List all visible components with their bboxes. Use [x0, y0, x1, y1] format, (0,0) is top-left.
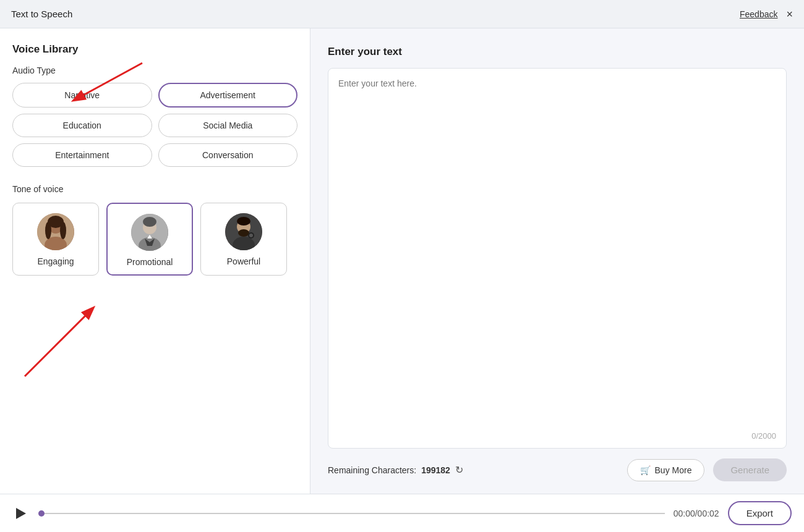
time-display: 00:00/00:02 — [674, 509, 719, 518]
avatar-engaging — [37, 213, 74, 250]
export-button[interactable]: Export — [728, 501, 792, 525]
annotation-arrow-bottom — [6, 296, 142, 382]
buy-more-icon: 🛒 — [640, 465, 651, 475]
progress-track[interactable] — [45, 513, 665, 514]
tone-promotional-label: Promotional — [127, 257, 173, 267]
voice-library-title: Voice Library — [12, 43, 297, 56]
audio-type-label: Audio Type — [12, 65, 297, 75]
tone-powerful-label: Powerful — [227, 256, 260, 266]
buy-more-button[interactable]: 🛒 Buy More — [627, 459, 705, 481]
refresh-icon[interactable]: ↻ — [455, 464, 463, 476]
buy-more-label: Buy More — [655, 465, 692, 475]
svg-line-3 — [25, 308, 93, 376]
bottom-bar: Remaining Characters: 199182 ↻ 🛒 Buy Mor… — [328, 458, 787, 481]
remaining-chars: Remaining Characters: 199182 ↻ — [328, 464, 463, 476]
audio-btn-advertisement[interactable]: Advertisement — [158, 83, 298, 108]
svg-point-18 — [237, 217, 250, 226]
play-icon — [16, 508, 26, 519]
avatar-powerful — [225, 213, 262, 250]
remaining-label: Remaining Characters: — [328, 465, 416, 475]
audio-btn-conversation[interactable]: Conversation — [158, 143, 298, 167]
tone-grid: Engaging Promotional — [12, 203, 297, 276]
close-button[interactable]: × — [786, 9, 793, 20]
generate-button[interactable]: Generate — [713, 458, 787, 481]
app-title: Text to Speech — [11, 9, 72, 19]
audio-btn-narrative[interactable]: Narrative — [12, 83, 152, 108]
tone-card-engaging[interactable]: Engaging — [12, 203, 99, 276]
title-bar: Text to Speech Feedback × — [0, 0, 804, 28]
tone-card-powerful[interactable]: Powerful — [200, 203, 287, 276]
left-panel: Voice Library Audio Type Narrative Adver… — [0, 28, 310, 494]
remaining-count: 199182 — [421, 465, 450, 475]
play-button[interactable] — [12, 505, 30, 522]
audio-type-grid: Narrative Advertisement Education Social… — [12, 83, 297, 167]
avatar-promotional — [131, 214, 168, 251]
char-count: 0/2000 — [751, 431, 776, 441]
text-input[interactable] — [338, 78, 776, 438]
feedback-link[interactable]: Feedback — [740, 9, 777, 19]
progress-container — [38, 510, 665, 517]
audio-btn-social-media[interactable]: Social Media — [158, 114, 298, 137]
audio-btn-entertainment[interactable]: Entertainment — [12, 143, 152, 167]
svg-point-17 — [238, 229, 249, 237]
tone-of-voice-label: Tone of voice — [12, 184, 297, 194]
main-layout: Voice Library Audio Type Narrative Adver… — [0, 28, 804, 494]
player-bar: 00:00/00:02 Export — [0, 494, 804, 532]
svg-point-8 — [45, 222, 51, 239]
tone-card-promotional[interactable]: Promotional — [106, 203, 193, 276]
audio-btn-education[interactable]: Education — [12, 114, 152, 137]
svg-point-9 — [60, 222, 66, 239]
progress-dot[interactable] — [38, 510, 45, 517]
tone-engaging-label: Engaging — [37, 256, 74, 266]
svg-point-20 — [249, 234, 253, 237]
text-area-wrapper: 0/2000 — [328, 68, 787, 449]
right-panel: Enter your text 0/2000 Remaining Charact… — [310, 28, 804, 494]
title-bar-actions: Feedback × — [740, 9, 793, 20]
svg-point-13 — [143, 217, 156, 227]
enter-text-title: Enter your text — [328, 46, 787, 58]
